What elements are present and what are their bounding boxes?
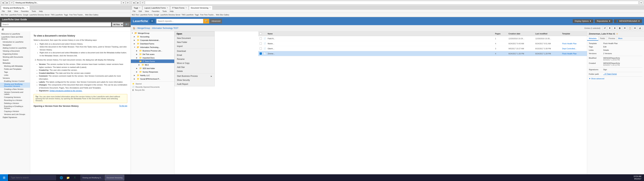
tools-btn-left[interactable]: ⚙ [126, 1, 130, 4]
menu-favorites-right[interactable]: Favorites [151, 10, 160, 12]
sidebar-welcome[interactable]: Welcome to Laserfiche [0, 32, 30, 35]
ctx-import[interactable]: Import [174, 44, 214, 48]
taskbar-app-excel[interactable]: X [72, 175, 78, 181]
meta-value-versions[interactable]: 2 Versions [603, 52, 642, 54]
metadata-btn[interactable]: 📋 [628, 26, 632, 30]
tree-nutrify[interactable]: ▶ 📁 Nutrify, LLC [131, 74, 174, 77]
menu-file-left[interactable]: File [1, 10, 5, 12]
ctx-move-copy[interactable]: Move or Copy [174, 61, 214, 65]
tab-left-main[interactable]: Viewing and Modifying Do... ✕ [1, 6, 30, 10]
expand-importeddocs[interactable]: ▶ [136, 57, 138, 59]
sidebar-tags[interactable]: Tags [0, 70, 30, 74]
expand-bizprocess[interactable]: ▶ [136, 50, 138, 52]
header-pages[interactable]: Pages [495, 33, 508, 35]
row2-cb[interactable] [260, 42, 262, 44]
menu-view-left[interactable]: View [14, 10, 18, 12]
tab-toggl-close[interactable]: ✕ [139, 7, 140, 9]
reload-btn-right[interactable]: ↺ [140, 1, 144, 4]
tree-survey[interactable]: ▶ 📁 Survey Responses [131, 70, 174, 74]
file-row-3[interactable]: 📄 Oberh... 3 9/5/2017 10:27 AM 8/15/2017… [258, 46, 587, 51]
file-check-3[interactable] [260, 48, 264, 50]
file-name-4[interactable]: Zimme... [268, 52, 495, 55]
file-check-4[interactable] [260, 52, 264, 55]
file-row-4[interactable]: 📄 Zimme... 4 8/24/2017 1:26 PM 8/24/2017… [258, 51, 587, 56]
url-bar-right[interactable] [145, 1, 639, 4]
reload-btn-left[interactable]: ↺ [10, 1, 14, 4]
display-options-btn[interactable]: Display Options ▼ [573, 19, 594, 23]
sidebar-adding[interactable]: Adding Content to Laserfiche [0, 46, 30, 50]
upload-btn[interactable]: ⬆ [608, 26, 612, 30]
menu-tools-right[interactable]: Tools [162, 10, 167, 12]
file-name-1[interactable]: Field N... [268, 38, 495, 40]
tree-recently-opened[interactable]: 🕐 Recently Opened Documents [131, 85, 174, 88]
tree-dutchland[interactable]: ▶ 📁 Dutchland Farms [131, 42, 174, 46]
bookmark-twg-right[interactable]: TWG Laserfiche [182, 14, 194, 16]
file-row-2[interactable]: 📄 Marke... 4 8/24/2017 9:43 AM 8/24/2017… [258, 41, 587, 46]
ctx-show-security[interactable]: Show Security [174, 78, 214, 82]
meta-tab-preview[interactable]: Preview [607, 36, 617, 40]
refresh-btn[interactable]: ↺ [603, 26, 607, 30]
sidebar-working-metadata[interactable]: Working with Metadata [0, 64, 30, 68]
tab-doc-versioning[interactable]: Document Versioning ✕ [189, 6, 213, 10]
expand-survey[interactable]: ▶ [136, 71, 138, 73]
tree-deltick[interactable]: ▶ 📁 Del Tick scans [131, 52, 174, 56]
sidebar-working[interactable]: Working with Documents [0, 56, 30, 58]
delete-btn[interactable]: 🗑 [618, 26, 622, 30]
expand-mls[interactable]: ▶ [138, 64, 141, 66]
lf-dropdown-btn[interactable]: ▼ [150, 19, 155, 23]
row1-cb[interactable] [260, 37, 262, 40]
tree-wengergroup[interactable]: ▼ 📂 WengerGroup [131, 31, 174, 35]
tab-doc-versioning-close[interactable]: ✕ [209, 7, 211, 9]
url-bar-left[interactable] [14, 1, 121, 4]
sidebar-versions-link-groups[interactable]: Versions and Link Groups [0, 113, 30, 116]
print-btn[interactable]: 🖨 [638, 26, 642, 30]
expand-nutrify[interactable]: ▶ [134, 74, 136, 76]
row3-cb[interactable] [260, 48, 262, 50]
sidebar-search[interactable]: Search [0, 58, 30, 62]
select-all-cb[interactable] [260, 32, 262, 35]
bookmark-btn-right[interactable]: ★ [639, 1, 643, 4]
meta-value-links[interactable]: Details [603, 49, 642, 51]
taskbar-window-1[interactable]: Viewing and Modifying D... [80, 175, 104, 180]
sidebar-digital-signatures[interactable]: Digital Signatures [0, 116, 30, 119]
sidebar-version-comments[interactable]: Version Comments and Labels [0, 91, 30, 96]
taskbar-window-2[interactable]: Document Versioning [105, 175, 124, 180]
meta-star-icon[interactable]: ☆ [616, 33, 618, 35]
back-btn-left[interactable]: ◀ [1, 1, 5, 4]
taskbar-app-ie[interactable]: 🌐 [58, 175, 64, 181]
menu-tools-left[interactable]: Tools [31, 10, 36, 12]
tab-toggl[interactable]: Toggl ✕ [132, 6, 142, 10]
tab-layout-close[interactable]: ✕ [167, 7, 168, 9]
sidebar-reverting[interactable]: Reverting to a Version [0, 99, 30, 102]
menu-help-right[interactable]: Help [169, 10, 174, 12]
bookmark-google-right[interactable]: Google [154, 14, 159, 16]
email-btn[interactable]: ✉ [633, 26, 637, 30]
bookmark-lf-forms-right[interactable]: Laserfiche Forms [140, 14, 153, 16]
tree-starred[interactable]: ⭐ Starred [131, 82, 174, 85]
tree-corporate[interactable]: ▶ 📁 Corporate Administrati... [131, 38, 174, 42]
expand-infotech[interactable]: ▼ [134, 46, 136, 48]
file-row-1[interactable]: 📄 Field N... 1 12/20/2016 10:29... 12/20… [258, 36, 587, 41]
search-input-left[interactable] [1, 22, 111, 26]
sidebar-nav[interactable]: Navigation [0, 44, 30, 46]
bookmark-lf-dir-left[interactable]: Laserfiche Directory Server [29, 14, 50, 16]
sidebar-exporting[interactable]: Exporting or Emailing a Version [0, 105, 30, 110]
header-created[interactable]: Creation date [508, 33, 535, 35]
header-template[interactable]: Template [562, 33, 586, 35]
file-name-2[interactable]: Marke... [268, 42, 495, 44]
tab-it-close[interactable]: ✕ [186, 7, 187, 9]
sidebar-versions[interactable]: Versions [0, 76, 30, 80]
bookmark-lf-dir-right[interactable]: Laserfiche Directory Server [160, 14, 180, 16]
tab-it-team-forms[interactable]: IT Team Forms ✕ [170, 6, 189, 10]
tree-mls[interactable]: ▶ 📁 MLS [131, 63, 174, 66]
back-btn-right[interactable]: ◀ [132, 1, 136, 4]
view-btn[interactable]: 👁 [623, 26, 627, 30]
tree-recycle-bin[interactable]: 🗑 Recycle Bin [131, 88, 174, 92]
bookmark-google-left[interactable]: Google [23, 14, 28, 16]
to-top-link[interactable]: To the top [119, 105, 127, 107]
sidebar-enabling[interactable]: Enabling Version Control [0, 80, 30, 82]
show-advanced[interactable]: ▼ Show advanced [589, 78, 642, 80]
ctx-new-folder[interactable]: New Folder [174, 40, 214, 44]
sidebar-links[interactable]: Links [0, 74, 30, 76]
file-check-1[interactable] [260, 37, 264, 40]
